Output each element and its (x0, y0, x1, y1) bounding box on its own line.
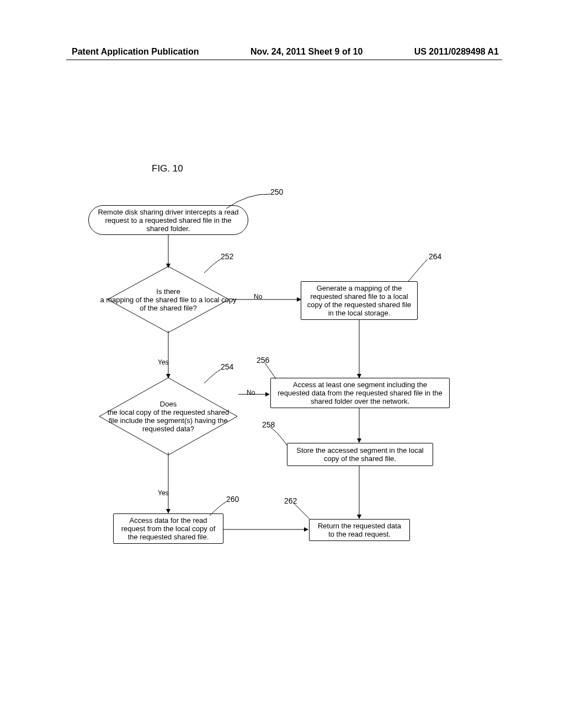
label-no-254: No (247, 389, 255, 397)
ref-258: 258 (262, 420, 275, 429)
header-pub-label: Patent Application Publication (72, 47, 199, 57)
figure-title: FIG. 10 (152, 163, 183, 174)
decision-mapping-exists: Is there a mapping of the shared file to… (105, 264, 232, 335)
ref-260: 260 (226, 495, 239, 504)
rect-access-segment-network: Access at least one segment including th… (270, 378, 450, 408)
rect-store-segment: Store the accessed segment in the local … (287, 443, 433, 466)
decision-text-254: Does the local copy of the requested sha… (97, 375, 240, 458)
rect-access-local-copy: Access data for the read request from th… (113, 513, 223, 544)
ref-254: 254 (221, 362, 233, 371)
label-no-252: No (254, 293, 262, 301)
ref-256: 256 (257, 356, 269, 365)
label-yes-254: Yes (158, 489, 169, 497)
rect-return-data: Return the requested data to the read re… (309, 519, 410, 541)
rect-text-262: Return the requested data to the read re… (315, 522, 404, 538)
terminator-text: Remote disk sharing driver intercepts a … (94, 208, 242, 233)
rect-text-256: Access at least one segment including th… (276, 381, 444, 405)
rect-text-258: Store the accessed segment in the local … (293, 446, 427, 463)
label-yes-252: Yes (158, 358, 169, 366)
header-underline (66, 60, 502, 60)
flowchart-diagram: Remote disk sharing driver intercepts a … (0, 182, 565, 623)
terminator-intercept-read: Remote disk sharing driver intercepts a … (88, 205, 248, 235)
ref-264: 264 (429, 252, 441, 261)
decision-segment-exists: Does the local copy of the requested sha… (97, 375, 240, 458)
rect-text-264: Generate a mapping of the requested shar… (307, 284, 412, 317)
page-header: Patent Application Publication Nov. 24, … (0, 47, 565, 57)
header-pub-number: US 2011/0289498 A1 (414, 47, 499, 57)
rect-text-260: Access data for the read request from th… (119, 516, 217, 541)
ref-252: 252 (221, 252, 233, 261)
rect-generate-mapping: Generate a mapping of the requested shar… (301, 281, 418, 320)
header-date-sheet: Nov. 24, 2011 Sheet 9 of 10 (250, 47, 363, 57)
ref-250: 250 (270, 188, 283, 196)
decision-text-252: Is there a mapping of the shared file to… (94, 264, 243, 335)
ref-262: 262 (284, 496, 297, 505)
flowchart-arrows (0, 182, 565, 678)
